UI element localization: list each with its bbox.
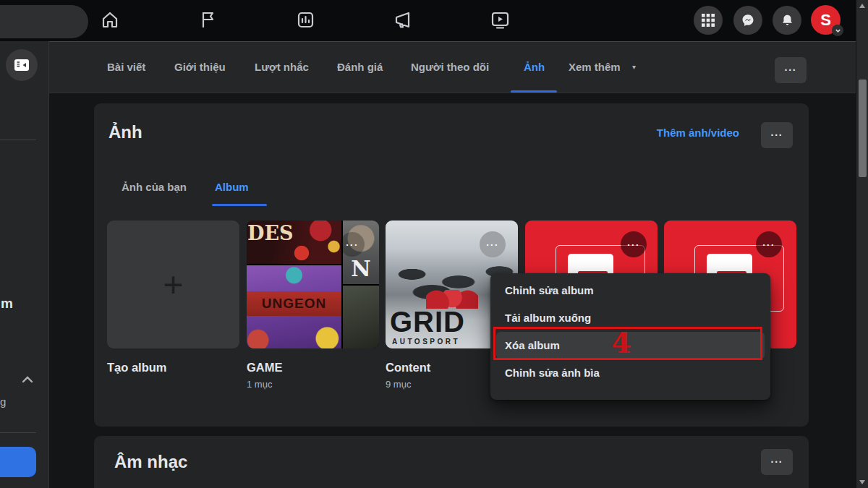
profile-more-button[interactable]: ··· (775, 57, 807, 83)
album-options-button[interactable]: ··· (621, 231, 647, 257)
add-photo-video-link[interactable]: Thêm ảnh/video (657, 127, 739, 139)
video-watch-icon[interactable] (489, 9, 511, 30)
menu-item-edit-cover[interactable]: Chỉnh sửa ảnh bìa (496, 359, 765, 387)
album-options-button[interactable]: ··· (756, 231, 782, 257)
music-card: Âm nhạc ··· (94, 436, 809, 488)
avatar-letter: S (820, 11, 831, 30)
top-navigation-bar: S (0, 0, 868, 41)
profile-avatar[interactable]: S (811, 5, 841, 35)
messenger-icon (740, 12, 756, 28)
album-context-menu: Chỉnh sửa album Tải album xuống Xóa albu… (490, 273, 770, 400)
ellipsis-icon: ··· (771, 456, 783, 468)
music-title: Âm nhạc (114, 452, 187, 472)
plus-icon: + (163, 267, 183, 302)
tab-xem-them[interactable]: Xem thêm (569, 42, 621, 93)
album-count: 1 mục (247, 379, 272, 390)
bell-icon (780, 13, 795, 28)
active-tab-underline (511, 90, 557, 93)
grid-title-text: GRID (390, 306, 465, 338)
chevron-down-icon: ▾ (632, 42, 636, 93)
chevron-up-icon[interactable] (22, 374, 33, 387)
apps-grid-button[interactable] (694, 6, 723, 35)
menu-item-delete-album[interactable]: Xóa album (496, 332, 765, 359)
tab-gioi-thieu[interactable]: Giới thiệu (174, 42, 226, 93)
megaphone-icon[interactable] (392, 9, 414, 30)
messenger-button[interactable] (733, 6, 762, 35)
divider (0, 432, 36, 433)
profile-tab-strip: Bài viết Giới thiệu Lượt nhắc Đánh giá N… (49, 41, 856, 93)
album-tile-game[interactable]: DES UNGEON N ··· (247, 221, 379, 348)
gungeon-banner-text: UNGEON (247, 291, 341, 316)
tab-danh-gia[interactable]: Đánh giá (337, 42, 383, 93)
ellipsis-icon: ··· (785, 64, 797, 76)
create-album-tile[interactable]: + (107, 221, 239, 348)
left-rail-partial-text-2: g (0, 395, 6, 408)
menu-item-download-album[interactable]: Tải album xuống (496, 304, 765, 332)
sidebar-icon (11, 54, 33, 76)
tab-anh[interactable]: Ảnh (524, 42, 545, 93)
photos-more-button[interactable]: ··· (761, 122, 793, 148)
left-rail: m g (0, 41, 49, 488)
nier-letter: N (343, 256, 379, 281)
tab-bai-viet[interactable]: Bài viết (107, 42, 145, 93)
ellipsis-icon: ··· (762, 239, 775, 250)
notifications-button[interactable] (773, 6, 801, 35)
chevron-down-icon (832, 25, 843, 36)
tab-luot-nhac[interactable]: Lượt nhắc (255, 42, 309, 93)
scrollbar-down-arrow[interactable] (859, 480, 865, 484)
scrollbar-thumb[interactable] (859, 80, 867, 177)
home-icon[interactable] (99, 9, 121, 30)
photos-title: Ảnh (109, 122, 142, 142)
left-rail-partial-text: m (1, 296, 13, 312)
album-options-button[interactable]: ··· (480, 231, 506, 257)
apps-grid-icon (701, 13, 715, 27)
facebook-photos-page: S m g Bài viết Giới thiệu Lượt nhắc Đánh… (0, 0, 868, 488)
menu-item-edit-album[interactable]: Chỉnh sửa album (496, 277, 765, 304)
subtab-album[interactable]: Album (215, 168, 249, 206)
hades-title-fragment: DES (247, 222, 294, 244)
active-subtab-underline (212, 204, 267, 206)
ellipsis-icon: ··· (346, 239, 359, 250)
tab-nguoi-theo-doi[interactable]: Người theo dõi (411, 42, 489, 93)
left-rail-blue-button[interactable] (0, 447, 36, 477)
music-more-button[interactable]: ··· (761, 449, 793, 475)
scrollbar-up-arrow[interactable] (859, 4, 865, 8)
collapse-sidebar-button[interactable] (6, 49, 38, 81)
subtab-your-photos[interactable]: Ảnh của bạn (122, 168, 187, 206)
search-pill[interactable] (0, 5, 88, 38)
album-label[interactable]: Tạo album (107, 361, 167, 374)
ellipsis-icon: ··· (627, 239, 640, 250)
album-count: 9 mục (386, 379, 411, 390)
ellipsis-icon: ··· (771, 129, 783, 141)
divider (0, 140, 36, 140)
ellipsis-icon: ··· (486, 239, 499, 250)
album-options-button[interactable]: ··· (340, 232, 365, 257)
album-label[interactable]: Content (386, 361, 430, 374)
album-art-misc (343, 286, 379, 348)
grid-subtitle-text: AUTOSPORT (392, 338, 460, 346)
ad-center-icon[interactable] (294, 9, 316, 30)
album-label[interactable]: GAME (247, 361, 283, 374)
album-art-gungeon: UNGEON (247, 265, 341, 348)
vertical-scrollbar[interactable] (856, 0, 868, 488)
pages-flag-icon[interactable] (197, 9, 218, 30)
album-art-hades: DES (247, 221, 341, 264)
